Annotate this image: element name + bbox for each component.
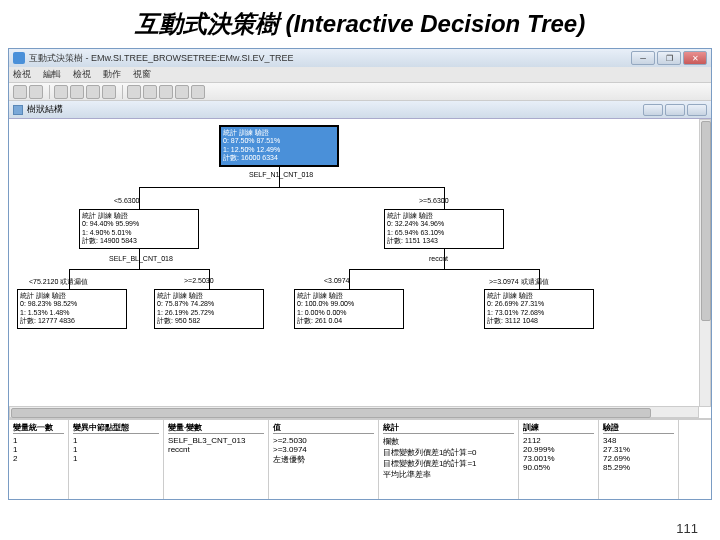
- canvas-scrollbar-vertical[interactable]: [699, 119, 711, 407]
- stats-cell: 目標變數列價差1的計算=0: [383, 447, 514, 458]
- stats-cell: >=2.5030: [273, 436, 374, 445]
- node-count: 計數: 1151 1343: [387, 237, 501, 245]
- stats-cell: 20.999%: [523, 445, 594, 454]
- stats-cell: reccnt: [168, 445, 264, 454]
- stats-cell: 1: [73, 436, 159, 445]
- split-condition: >=3.0974 或遺漏值: [489, 277, 549, 287]
- toolbar-button[interactable]: [159, 85, 173, 99]
- stats-cell: 90.05%: [523, 463, 594, 472]
- panel-min-button[interactable]: [643, 104, 663, 116]
- menu-item[interactable]: 檢視: [73, 68, 91, 81]
- toolbar-button[interactable]: [54, 85, 68, 99]
- inner-titlebar: 樹狀結構: [9, 101, 711, 119]
- menu-item[interactable]: 編輯: [43, 68, 61, 81]
- tree-leaf[interactable]: 統計 訓練 驗證 0: 100.0% 99.00% 1: 0.00% 0.00%…: [294, 289, 404, 329]
- menu-item[interactable]: 檢視: [13, 68, 31, 81]
- separator: [122, 85, 123, 99]
- panel-icon: [13, 105, 23, 115]
- toolbar-button[interactable]: [29, 85, 43, 99]
- toolbar-button[interactable]: [102, 85, 116, 99]
- node-row: 1: 26.19% 25.72%: [157, 309, 261, 317]
- stats-cell: 2: [13, 454, 64, 463]
- canvas-scrollbar-horizontal[interactable]: [9, 406, 699, 418]
- stats-header: 訓練: [523, 422, 594, 434]
- stats-header: 變量·變數: [168, 422, 264, 434]
- app-window: 互動式決策樹 - EMw.SI.TREE_BROWSETREE:EMw.SI.E…: [8, 48, 712, 500]
- toolbar-button[interactable]: [143, 85, 157, 99]
- stats-cell: 1: [13, 436, 64, 445]
- toolbar-button[interactable]: [70, 85, 84, 99]
- tree-link: [279, 167, 280, 187]
- node-row: 0: 26.69% 27.31%: [487, 300, 591, 308]
- toolbar-button[interactable]: [13, 85, 27, 99]
- node-row: 1: 12.50% 12.49%: [223, 146, 335, 154]
- node-row: 1: 4.90% 5.01%: [82, 229, 196, 237]
- stats-cell: 85.29%: [603, 463, 674, 472]
- panel-close-button[interactable]: [687, 104, 707, 116]
- split-condition: <75.2120 或遺漏值: [29, 277, 88, 287]
- stats-header: 驗證: [603, 422, 674, 434]
- toolbar-button[interactable]: [175, 85, 189, 99]
- stats-header: 值: [273, 422, 374, 434]
- toolbar: [9, 83, 711, 101]
- tree-link: [139, 187, 444, 188]
- stats-cell: 目標變數列價差1的計算=1: [383, 458, 514, 469]
- separator: [49, 85, 50, 99]
- stats-cell: 72.69%: [603, 454, 674, 463]
- tree-canvas[interactable]: 統計 訓練 驗證 0: 87.50% 87.51% 1: 12.50% 12.4…: [9, 119, 711, 419]
- tree-link: [139, 249, 140, 269]
- stats-cell: 1: [13, 445, 64, 454]
- toolbar-button[interactable]: [191, 85, 205, 99]
- node-row: 0: 94.40% 95.99%: [82, 220, 196, 228]
- panel-title: 樹狀結構: [27, 103, 63, 116]
- node-header: 統計 訓練 驗證: [82, 212, 196, 220]
- panel-max-button[interactable]: [665, 104, 685, 116]
- stats-header: 變量統一數: [13, 422, 64, 434]
- stats-header: 統計: [383, 422, 514, 434]
- page-number: 111: [676, 521, 698, 536]
- menu-item[interactable]: 動作: [103, 68, 121, 81]
- menu-item[interactable]: 視窗: [133, 68, 151, 81]
- toolbar-button[interactable]: [86, 85, 100, 99]
- maximize-button[interactable]: ❐: [657, 51, 681, 65]
- stats-cell: 27.31%: [603, 445, 674, 454]
- app-icon: [13, 52, 25, 64]
- toolbar-button[interactable]: [127, 85, 141, 99]
- tree-node[interactable]: 統計 訓練 驗證 0: 94.40% 95.99% 1: 4.90% 5.01%…: [79, 209, 199, 249]
- tree-node[interactable]: 統計 訓練 驗證 0: 32.24% 34.96% 1: 65.94% 63.1…: [384, 209, 504, 249]
- node-header: 統計 訓練 驗證: [223, 129, 335, 137]
- page-title: 互動式決策樹 (Interactive Decision Tree): [0, 0, 720, 48]
- stats-cell: >=3.0974: [273, 445, 374, 454]
- tree-leaf[interactable]: 統計 訓練 驗證 0: 26.69% 27.31% 1: 73.01% 72.6…: [484, 289, 594, 329]
- split-variable: SELF_BL_CNT_018: [109, 255, 173, 262]
- tree-leaf[interactable]: 統計 訓練 驗證 0: 75.87% 74.28% 1: 26.19% 25.7…: [154, 289, 264, 329]
- node-header: 統計 訓練 驗證: [157, 292, 261, 300]
- menubar: 檢視 編輯 檢視 動作 視窗: [9, 67, 711, 83]
- close-button[interactable]: ✕: [683, 51, 707, 65]
- node-row: 0: 98.23% 98.52%: [20, 300, 124, 308]
- node-row: 0: 75.87% 74.28%: [157, 300, 261, 308]
- stats-cell: 2112: [523, 436, 594, 445]
- split-condition: >=2.5030: [184, 277, 214, 284]
- stats-cell: SELF_BL3_CNT_013: [168, 436, 264, 445]
- node-count: 計數: 12777 4836: [20, 317, 124, 325]
- stats-cell: 左邊優勢: [273, 454, 374, 465]
- stats-cell: 1: [73, 454, 159, 463]
- node-count: 計數: 261 0.04: [297, 317, 401, 325]
- node-row: 0: 87.50% 87.51%: [223, 137, 335, 145]
- node-row: 0: 32.24% 34.96%: [387, 220, 501, 228]
- node-count: 計數: 3112 1048: [487, 317, 591, 325]
- node-header: 統計 訓練 驗證: [487, 292, 591, 300]
- minimize-button[interactable]: ─: [631, 51, 655, 65]
- window-title: 互動式決策樹 - EMw.SI.TREE_BROWSETREE:EMw.SI.E…: [29, 52, 294, 65]
- split-condition: <3.0974: [324, 277, 350, 284]
- node-row: 1: 1.53% 1.48%: [20, 309, 124, 317]
- node-row: 1: 65.94% 63.10%: [387, 229, 501, 237]
- tree-node-root[interactable]: 統計 訓練 驗證 0: 87.50% 87.51% 1: 12.50% 12.4…: [219, 125, 339, 167]
- tree-link: [69, 269, 209, 270]
- split-condition: >=5.6300: [419, 197, 449, 204]
- node-row: 0: 100.0% 99.00%: [297, 300, 401, 308]
- stats-panel: 變量統一數 1 1 2 變異中節點型態 1 1 1 變量·變數 SELF_BL3…: [9, 419, 711, 499]
- node-header: 統計 訓練 驗證: [297, 292, 401, 300]
- tree-leaf[interactable]: 統計 訓練 驗證 0: 98.23% 98.52% 1: 1.53% 1.48%…: [17, 289, 127, 329]
